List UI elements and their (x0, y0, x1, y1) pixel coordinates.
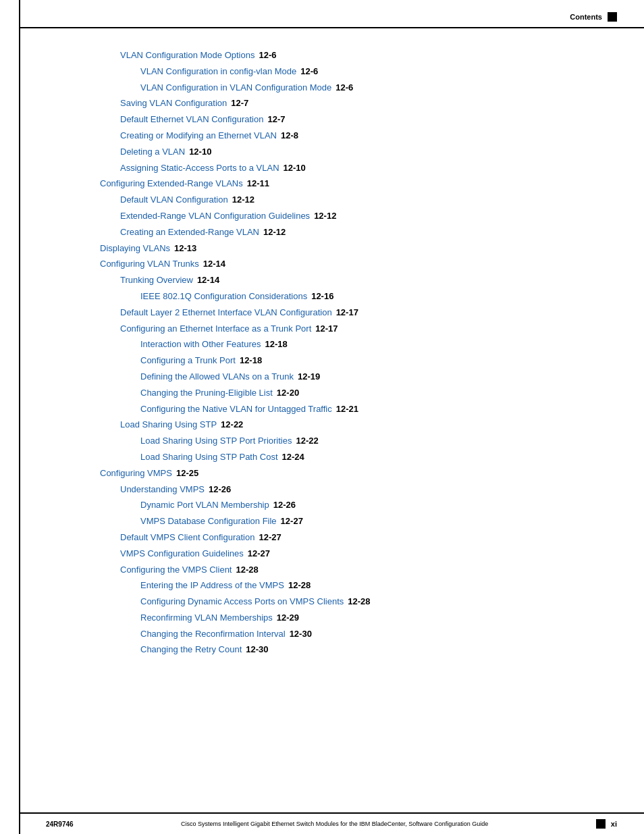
footer-page-number: xi (596, 819, 617, 829)
toc-link[interactable]: Configuring VLAN Trunks (100, 257, 199, 271)
toc-row: Displaying VLANs12-13 (100, 242, 603, 256)
toc-page-number: 12-20 (277, 386, 299, 400)
toc-page-number: 12-22 (221, 418, 243, 432)
toc-page-number: 12-12 (314, 209, 336, 224)
toc-row: Default VLAN Configuration12-12 (100, 193, 603, 207)
toc-link[interactable]: Configuring the VMPS Client (120, 563, 232, 577)
toc-link[interactable]: Extended-Range VLAN Configuration Guidel… (120, 209, 310, 224)
toc-row: Configuring VLAN Trunks12-14 (100, 257, 603, 271)
toc-row: Changing the Pruning-Eligible List12-20 (100, 386, 603, 400)
toc-row: Changing the Retry Count12-30 (100, 643, 603, 657)
toc-page-number: 12-11 (247, 177, 269, 191)
toc-link[interactable]: Configuring an Ethernet Interface as a T… (120, 322, 311, 336)
toc-link[interactable]: Default Ethernet VLAN Configuration (120, 113, 263, 127)
page-header: Contents (19, 0, 644, 28)
toc-link[interactable]: Load Sharing Using STP Port Priorities (140, 434, 292, 448)
toc-row: Creating or Modifying an Ethernet VLAN12… (100, 129, 603, 143)
toc-row: VLAN Configuration in VLAN Configuration… (100, 81, 603, 95)
toc-row: Creating an Extended-Range VLAN12-12 (100, 226, 603, 240)
toc-page-number: 12-12 (263, 226, 286, 240)
toc-row: Load Sharing Using STP Port Priorities12… (100, 434, 603, 448)
toc-page-number: 12-10 (284, 161, 306, 176)
toc-link[interactable]: VLAN Configuration in config-vlan Mode (140, 65, 296, 79)
toc-link[interactable]: Understanding VMPS (120, 483, 205, 497)
toc-page-number: 12-22 (296, 434, 318, 448)
toc-link[interactable]: Assigning Static-Access Ports to a VLAN (120, 161, 279, 176)
toc-page-number: 12-27 (248, 547, 270, 561)
toc-row: Configuring the Native VLAN for Untagged… (100, 402, 603, 417)
toc-link[interactable]: Configuring a Trunk Port (140, 354, 236, 368)
toc-link[interactable]: Saving VLAN Configuration (120, 97, 227, 111)
toc-link[interactable]: Trunking Overview (120, 273, 193, 288)
page-footer: 24R9746 Cisco Systems Intelligent Gigabi… (19, 812, 644, 834)
toc-link[interactable]: Default Layer 2 Ethernet Interface VLAN … (120, 306, 332, 320)
toc-page-number: 12-7 (231, 97, 248, 111)
toc-row: Default VMPS Client Configuration12-27 (100, 531, 603, 545)
toc-page-number: 12-28 (288, 579, 311, 593)
toc-row: Configuring Dynamic Access Ports on VMPS… (100, 595, 603, 609)
toc-link[interactable]: Configuring Extended-Range VLANs (100, 177, 243, 191)
toc-page-number: 12-14 (197, 273, 219, 288)
toc-link[interactable]: Interaction with Other Features (140, 338, 261, 352)
toc-row: Assigning Static-Access Ports to a VLAN1… (100, 161, 603, 176)
toc-page-number: 12-30 (246, 643, 268, 657)
toc-row: VMPS Configuration Guidelines12-27 (100, 547, 603, 561)
toc-row: Configuring the VMPS Client12-28 (100, 563, 603, 577)
footer-square (596, 819, 606, 829)
toc-page-number: 12-14 (203, 257, 225, 271)
toc-link[interactable]: Dynamic Port VLAN Membership (140, 498, 269, 513)
toc-row: Dynamic Port VLAN Membership12-26 (100, 498, 603, 513)
toc-link[interactable]: Displaying VLANs (100, 242, 170, 256)
toc-link[interactable]: Default VMPS Client Configuration (120, 531, 254, 545)
toc-row: Entering the IP Address of the VMPS12-28 (100, 579, 603, 593)
toc-link[interactable]: Changing the Retry Count (140, 643, 242, 657)
toc-link[interactable]: VMPS Database Configuration File (140, 515, 277, 529)
toc-link[interactable]: Configuring Dynamic Access Ports on VMPS… (140, 595, 344, 609)
toc-page-number: 12-10 (189, 145, 211, 159)
toc-page-number: 12-21 (336, 402, 358, 417)
toc-page-number: 12-6 (259, 49, 276, 63)
toc-row: Reconfirming VLAN Memberships12-29 (100, 611, 603, 625)
toc-link[interactable]: VLAN Configuration Mode Options (120, 49, 254, 63)
toc-page-number: 12-26 (209, 483, 231, 497)
toc-row: Load Sharing Using STP12-22 (100, 418, 603, 432)
toc-link[interactable]: Default VLAN Configuration (120, 193, 228, 207)
toc-page-number: 12-7 (267, 113, 285, 127)
footer-doc-number: 24R9746 (46, 820, 74, 828)
toc-row: VMPS Database Configuration File12-27 (100, 515, 603, 529)
toc-link[interactable]: Deleting a VLAN (120, 145, 185, 159)
toc-link[interactable]: VMPS Configuration Guidelines (120, 547, 244, 561)
toc-row: IEEE 802.1Q Configuration Considerations… (100, 290, 603, 304)
toc-row: Changing the Reconfirmation Interval12-3… (100, 627, 603, 642)
toc-row: Load Sharing Using STP Path Cost12-24 (100, 450, 603, 465)
toc-row: Interaction with Other Features12-18 (100, 338, 603, 352)
toc-page-number: 12-18 (265, 338, 287, 352)
header-title: Contents (570, 13, 602, 21)
header-square (608, 12, 617, 22)
toc-link[interactable]: Load Sharing Using STP (120, 418, 217, 432)
toc-row: Understanding VMPS12-26 (100, 483, 603, 497)
toc-link[interactable]: Creating or Modifying an Ethernet VLAN (120, 129, 277, 143)
toc-link[interactable]: Load Sharing Using STP Path Cost (140, 450, 278, 465)
toc-link[interactable]: VLAN Configuration in VLAN Configuration… (140, 81, 331, 95)
page-border (19, 0, 20, 834)
toc-page-number: 12-25 (176, 467, 198, 481)
toc-link[interactable]: IEEE 802.1Q Configuration Considerations (140, 290, 307, 304)
toc-page-number: 12-28 (236, 563, 258, 577)
toc-link[interactable]: Changing the Pruning-Eligible List (140, 386, 273, 400)
toc-link[interactable]: Defining the Allowed VLANs on a Trunk (140, 370, 294, 384)
toc-row: Deleting a VLAN12-10 (100, 145, 603, 159)
toc-page-number: 12-18 (240, 354, 262, 368)
toc-link[interactable]: Reconfirming VLAN Memberships (140, 611, 273, 625)
toc-page-number: 12-17 (336, 306, 358, 320)
toc-row: Saving VLAN Configuration12-7 (100, 97, 603, 111)
toc-link[interactable]: Entering the IP Address of the VMPS (140, 579, 284, 593)
toc-link[interactable]: Changing the Reconfirmation Interval (140, 627, 286, 642)
toc-row: Configuring VMPS12-25 (100, 467, 603, 481)
toc-page-number: 12-19 (298, 370, 320, 384)
toc-link[interactable]: Configuring VMPS (100, 467, 172, 481)
toc-link[interactable]: Configuring the Native VLAN for Untagged… (140, 402, 332, 417)
toc-link[interactable]: Creating an Extended-Range VLAN (120, 226, 259, 240)
footer-page-label: xi (611, 820, 617, 828)
toc-row: Default Layer 2 Ethernet Interface VLAN … (100, 306, 603, 320)
